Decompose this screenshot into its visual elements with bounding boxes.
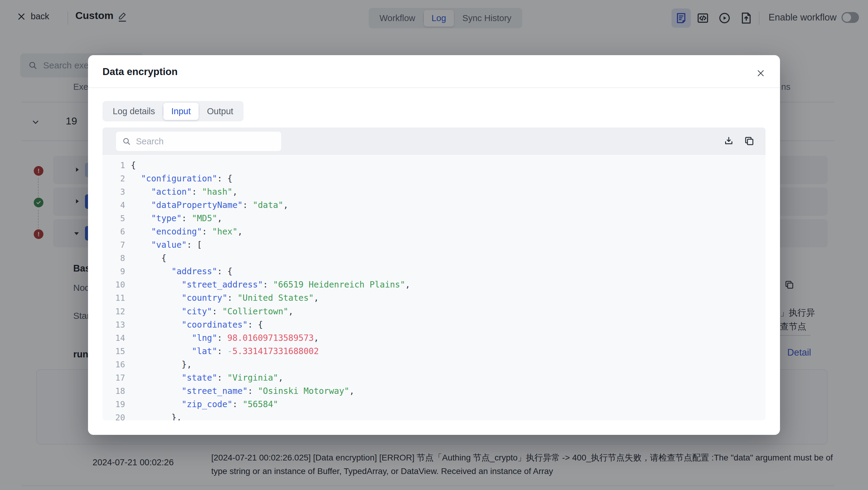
line-number: 12 [102, 307, 125, 316]
code-text: "street_name": "Osinski Motorway", [131, 386, 354, 396]
code-text: "action": "hash", [131, 187, 238, 197]
code-text: }, [131, 360, 192, 369]
tab-log-details[interactable]: Log details [105, 103, 163, 120]
line-number: 9 [102, 267, 125, 276]
line-number: 18 [102, 386, 125, 396]
code-text: "coordinates": { [131, 320, 263, 330]
line-number: 4 [102, 201, 125, 210]
line-number: 19 [102, 400, 125, 409]
code-line: 6 "encoding": "hex", [102, 225, 766, 238]
code-line: 11 "country": "United States", [102, 292, 766, 305]
copy-button[interactable] [744, 135, 755, 147]
modal-title: Data encryption [102, 66, 178, 78]
code-line: 8 { [102, 252, 766, 265]
code-text: }, [131, 412, 182, 420]
code-text: "city": "Colliertown", [131, 306, 293, 316]
tab-output[interactable]: Output [199, 103, 241, 120]
code-text: "country": "United States", [131, 293, 319, 303]
modal-tabs: Log details Input Output [102, 101, 244, 121]
line-number: 2 [102, 174, 125, 183]
code-text: "encoding": "hex", [131, 226, 243, 237]
line-number: 16 [102, 360, 125, 369]
tab-input[interactable]: Input [163, 103, 198, 120]
code-line: 12 "city": "Colliertown", [102, 305, 766, 318]
line-number: 8 [102, 253, 125, 263]
line-number: 13 [102, 320, 125, 329]
download-button[interactable] [723, 135, 734, 147]
line-number: 1 [102, 161, 125, 170]
line-number: 17 [102, 373, 125, 382]
code-line: 20 }, [102, 411, 766, 420]
line-number: 6 [102, 227, 125, 236]
modal-header-divider [88, 87, 780, 88]
code-line: 7 "value": [ [102, 238, 766, 252]
code-text: "street_address": "66519 Heidenreich Pla… [131, 280, 410, 289]
code-line: 16 }, [102, 358, 766, 371]
code-line: 17 "state": "Virginia", [102, 371, 766, 385]
code-line: 14 "lng": 98.01609713589573, [102, 331, 766, 344]
code-line: 9 "address": { [102, 265, 766, 278]
code-line: 4 "dataPropertyName": "data", [102, 198, 766, 212]
code-text: { [131, 253, 166, 263]
code-text: "dataPropertyName": "data", [131, 200, 288, 210]
line-number: 10 [102, 280, 125, 289]
screen: back Custom Workflow Log Sync History [0, 0, 868, 490]
code-line: 2 "configuration": { [102, 172, 766, 185]
code-line: 5 "type": "MD5", [102, 212, 766, 225]
line-number: 7 [102, 240, 125, 249]
line-number: 14 [102, 333, 125, 343]
code-text: "lng": 98.01609713589573, [131, 333, 319, 343]
line-number: 11 [102, 293, 125, 303]
code-line: 19 "zip_code": "56584" [102, 398, 766, 411]
search-icon [122, 137, 131, 146]
line-number: 20 [102, 413, 125, 420]
code-text: "value": [ [131, 240, 202, 250]
code-editor[interactable]: 1{2 "configuration": {3 "action": "hash"… [102, 155, 766, 420]
code-text: "state": "Virginia", [131, 373, 283, 383]
code-line: 10 "street_address": "66519 Heidenreich … [102, 278, 766, 292]
code-line: 18 "street_name": "Osinski Motorway", [102, 385, 766, 398]
code-text: "lat": -5.331417331688002 [131, 346, 319, 356]
line-number: 15 [102, 346, 125, 356]
code-search[interactable] [116, 132, 281, 151]
data-encryption-modal: Data encryption Log details Input Output [88, 55, 780, 435]
code-line: 1{ [102, 158, 766, 172]
code-line: 13 "coordinates": { [102, 318, 766, 331]
code-line: 3 "action": "hash", [102, 185, 766, 198]
code-line: 15 "lat": -5.331417331688002 [102, 344, 766, 358]
code-text: { [131, 160, 136, 170]
line-number: 3 [102, 187, 125, 196]
code-search-input[interactable] [136, 136, 262, 147]
modal-close-button[interactable] [755, 67, 767, 79]
code-text: "configuration": { [131, 174, 232, 184]
code-text: "type": "MD5", [131, 213, 222, 223]
code-toolbar [102, 127, 766, 155]
line-number: 5 [102, 214, 125, 223]
code-panel: 1{2 "configuration": {3 "action": "hash"… [102, 127, 766, 420]
code-text: "zip_code": "56584" [131, 399, 278, 409]
code-text: "address": { [131, 266, 232, 276]
